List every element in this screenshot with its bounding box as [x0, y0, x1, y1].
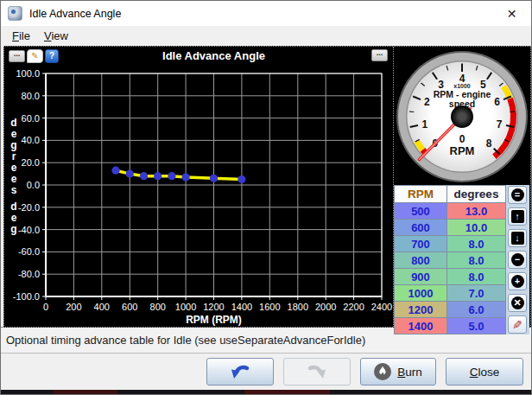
table-view-button[interactable]: ...	[9, 50, 25, 62]
svg-text:g: g	[10, 139, 16, 151]
idle-advance-window: Idle Advance Angle ✕ File View 020040060…	[0, 0, 532, 395]
chart-options-button[interactable]: ...	[371, 49, 388, 61]
svg-text:Idle Advance Angle: Idle Advance Angle	[162, 49, 265, 62]
menu-view[interactable]: View	[37, 28, 75, 44]
degrees-cell[interactable]: 5.0	[447, 318, 506, 334]
rpm-cell[interactable]: 600	[395, 220, 447, 236]
svg-text:60.0: 60.0	[22, 113, 40, 124]
advance-table: RPM degrees 50013.060010.07008.08008.090…	[394, 185, 506, 334]
rpm-cell[interactable]: 900	[395, 269, 447, 285]
rpm-cell[interactable]: 1200	[395, 302, 447, 318]
burn-label: Burn	[397, 366, 422, 379]
rpm-cell[interactable]: 800	[395, 252, 447, 269]
svg-text:-60.0: -60.0	[18, 246, 40, 257]
chart-panel: 0200400600800100012001400160018002000220…	[4, 47, 393, 327]
svg-text:1600: 1600	[259, 302, 280, 312]
svg-text:RPM: RPM	[449, 144, 474, 157]
svg-text:40.0: 40.0	[22, 135, 40, 145]
svg-text:-40.0: -40.0	[18, 225, 40, 235]
subtract-button[interactable]: −	[508, 251, 527, 269]
add-button[interactable]: +	[508, 272, 527, 290]
description-text: Optional timing advance table for Idle (…	[6, 334, 365, 347]
app-icon	[8, 6, 22, 21]
decrement-button[interactable]: ↓	[508, 229, 527, 247]
svg-text:e: e	[11, 128, 17, 140]
rpm-cell[interactable]: 1400	[395, 318, 447, 334]
chart-canvas[interactable]: 0200400600800100012001400160018002000220…	[4, 47, 393, 327]
close-button[interactable]: Close	[446, 358, 523, 385]
svg-text:1400: 1400	[231, 302, 252, 312]
degrees-cell[interactable]: 10.0	[447, 220, 506, 236]
svg-text:400: 400	[94, 302, 110, 312]
increment-button[interactable]: ↑	[508, 207, 527, 226]
table-row: 12006.0	[395, 302, 506, 318]
decrement-button-glyph: ↓	[511, 232, 524, 245]
svg-text:200: 200	[66, 302, 81, 312]
degrees-cell[interactable]: 6.0	[447, 302, 506, 318]
pencil-glyph: ✎	[31, 51, 38, 61]
redo-button[interactable]	[283, 358, 351, 385]
edit-cell-button[interactable]: ✎	[508, 315, 527, 334]
multiply-button-glyph: ✕	[511, 296, 524, 309]
rpm-column-header: RPM	[395, 186, 447, 203]
increment-button-glyph: ↑	[511, 210, 524, 223]
degrees-cell[interactable]: 13.0	[447, 203, 506, 220]
window-close-button[interactable]: ✕	[492, 1, 531, 26]
window-title: Idle Advance Angle	[29, 8, 492, 20]
svg-text:0.0: 0.0	[27, 180, 40, 190]
svg-text:e: e	[11, 162, 17, 174]
add-button-glyph: +	[511, 275, 524, 288]
subtract-button-glyph: −	[511, 253, 524, 266]
background-app-strip	[1, 390, 531, 394]
svg-text:1: 1	[421, 118, 428, 131]
close-icon: ✕	[507, 7, 517, 21]
svg-text:20.0: 20.0	[22, 157, 40, 168]
svg-text:600: 600	[122, 302, 137, 312]
rpm-cell[interactable]: 700	[395, 236, 447, 252]
degrees-cell[interactable]: 8.0	[447, 236, 506, 252]
svg-text:-80.0: -80.0	[18, 269, 40, 279]
degrees-cell[interactable]: 8.0	[447, 252, 506, 269]
svg-text:e: e	[11, 212, 17, 224]
svg-text:1800: 1800	[288, 302, 308, 312]
rpm-cell[interactable]: 1000	[395, 285, 447, 302]
svg-text:-20.0: -20.0	[18, 202, 40, 213]
degrees-cell[interactable]: 7.0	[447, 285, 506, 302]
set-value-button[interactable]: =	[508, 186, 527, 204]
table-side-buttons: =↑↓−+✕✎	[506, 185, 529, 334]
svg-text:800: 800	[150, 302, 166, 312]
svg-text:-100.0: -100.0	[13, 291, 40, 302]
table-row: 14005.0	[395, 318, 506, 334]
svg-text:0: 0	[43, 302, 48, 312]
edit-pencil-icon[interactable]: ✎	[27, 49, 43, 63]
degrees-cell[interactable]: 8.0	[447, 269, 506, 285]
footer-bar: Burn Close	[1, 353, 531, 390]
burn-flame-icon	[374, 363, 391, 380]
title-bar: Idle Advance Angle ✕	[1, 1, 531, 26]
svg-text:x1000: x1000	[453, 83, 471, 89]
edit-cell-button-glyph: ✎	[512, 319, 522, 331]
svg-text:d: d	[10, 201, 16, 213]
table-row: 7008.0	[395, 236, 506, 252]
rpm-cell[interactable]: 500	[395, 203, 447, 220]
multiply-button[interactable]: ✕	[508, 294, 527, 312]
svg-text:1000: 1000	[175, 302, 196, 312]
table-row: 9008.0	[395, 269, 506, 285]
chart-corner-icons: ... ✎ ?	[9, 49, 59, 63]
help-icon[interactable]: ?	[45, 49, 59, 63]
svg-text:0: 0	[459, 133, 465, 145]
undo-icon	[230, 363, 250, 380]
undo-button[interactable]	[206, 358, 274, 385]
table-area: RPM degrees 50013.060010.07008.08008.090…	[394, 185, 529, 334]
svg-text:s: s	[11, 184, 17, 196]
editor-area: 0200400600800100012001400160018002000220…	[3, 46, 531, 328]
svg-text:1200: 1200	[203, 302, 224, 312]
degrees-column-header: degrees	[447, 186, 506, 203]
svg-text:8: 8	[485, 137, 491, 150]
menu-file[interactable]: File	[5, 28, 37, 44]
gauge-canvas: 012345678x1000RPM - enginespeed0RPM	[395, 48, 529, 185]
table-row: 60010.0	[395, 220, 506, 236]
svg-text:r: r	[12, 150, 16, 162]
burn-button[interactable]: Burn	[360, 358, 436, 385]
rpm-gauge: 012345678x1000RPM - enginespeed0RPM	[394, 47, 529, 185]
